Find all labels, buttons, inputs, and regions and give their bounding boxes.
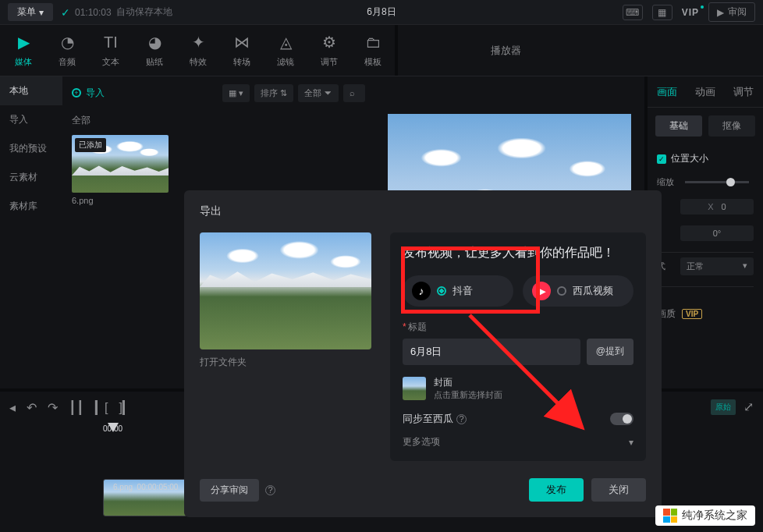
cover-hint: 点击重新选择封面 [434, 389, 502, 401]
help-icon[interactable]: ? [456, 414, 467, 424]
radio-checked-icon [437, 286, 446, 296]
modal-title: 导出 [200, 204, 646, 218]
close-button[interactable]: 关闭 [591, 478, 646, 502]
title-input[interactable]: 6月8日 [403, 339, 580, 365]
export-modal: 导出 打开文件夹 发布视频，让更多人看到你的作品吧！ ♪ 抖音 ▶ [184, 190, 662, 517]
watermark-logo-icon [663, 509, 677, 523]
xigua-icon: ▶ [532, 282, 551, 300]
sync-label: 同步至西瓜 [403, 412, 453, 426]
platform-douyin[interactable]: ♪ 抖音 [403, 275, 513, 307]
cover-label: 封面 [434, 376, 502, 389]
cover-row[interactable]: 封面 点击重新选择封面 [403, 376, 633, 401]
publish-headline: 发布视频，让更多人看到你的作品吧！ [403, 245, 633, 261]
more-options[interactable]: 更多选项 ▾ [403, 435, 633, 449]
title-field-label: *标题 [403, 321, 633, 334]
export-modal-overlay: 导出 打开文件夹 发布视频，让更多人看到你的作品吧！ ♪ 抖音 ▶ [0, 0, 763, 532]
mention-button[interactable]: @提到 [587, 339, 633, 365]
cover-thumb [403, 377, 426, 400]
douyin-icon: ♪ [412, 282, 431, 300]
open-folder-link[interactable]: 打开文件夹 [200, 356, 371, 369]
radio-unchecked-icon [557, 286, 566, 296]
export-preview-thumb [200, 232, 371, 349]
share-review-button[interactable]: 分享审阅 [200, 479, 259, 502]
watermark: 纯净系统之家 [655, 505, 755, 526]
publish-button[interactable]: 发布 [529, 478, 584, 502]
platform-xigua[interactable]: ▶ 西瓜视频 [523, 275, 633, 307]
sync-toggle[interactable] [610, 413, 633, 425]
chevron-down-icon: ▾ [629, 437, 633, 448]
help-icon[interactable]: ? [265, 485, 275, 495]
